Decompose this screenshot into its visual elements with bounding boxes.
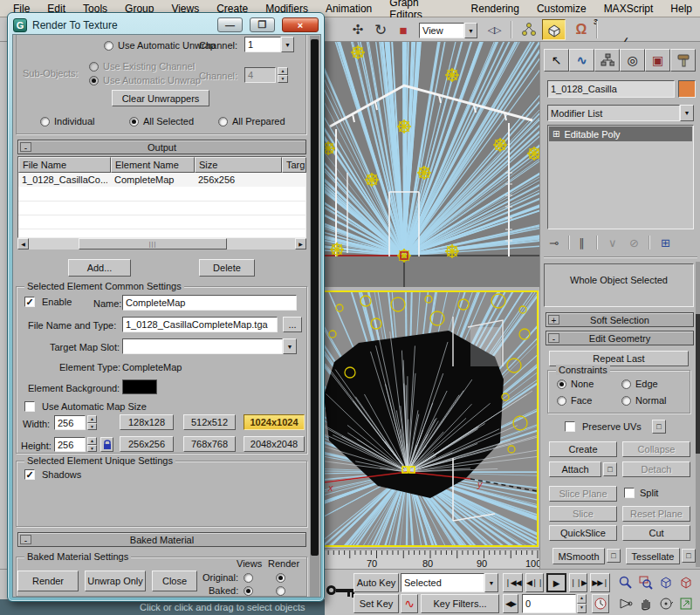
slice-button[interactable]: Slice: [549, 506, 617, 522]
modifier-stack[interactable]: ⊞ Editable Poly: [547, 125, 694, 229]
size-128-button[interactable]: 128x128: [120, 414, 174, 430]
modifier-list-arrow[interactable]: ▼: [680, 105, 694, 121]
all-selected-radio[interactable]: [129, 117, 139, 126]
collapse-button[interactable]: Collapse: [622, 441, 690, 457]
constraint-edge-radio[interactable]: [621, 379, 631, 389]
select-rotate-icon[interactable]: ↻: [370, 20, 391, 39]
msmooth-settings-button[interactable]: □: [607, 549, 621, 563]
channel-sub-spinner[interactable]: ▲▼: [278, 67, 288, 83]
target-map-slot-dropdown[interactable]: [122, 338, 283, 354]
element-name-field[interactable]: CompleteMap: [122, 295, 297, 311]
channel-top-arrow[interactable]: ▼: [281, 37, 294, 52]
column-size[interactable]: Size: [195, 157, 282, 173]
msmooth-button[interactable]: MSmooth: [552, 548, 605, 564]
panel-scrollbar[interactable]: [696, 262, 700, 567]
modifier-list-dropdown[interactable]: Modifier List: [547, 105, 680, 121]
stack-expand-icon[interactable]: ⊞: [552, 129, 559, 139]
previous-frame-button[interactable]: ◀❘❘: [525, 573, 544, 592]
sub-use-existing-radio[interactable]: [89, 62, 99, 72]
lock-aspect-button[interactable]: [100, 437, 113, 452]
size-1024-button-selected[interactable]: 1024x1024: [244, 414, 305, 430]
next-frame-button[interactable]: ❘❘▶: [569, 573, 587, 592]
tab-modify[interactable]: ∿: [569, 49, 594, 72]
objects-auto-unwrap-radio[interactable]: [104, 41, 113, 51]
go-to-end-button[interactable]: ▶▶❘: [590, 573, 610, 592]
target-map-slot-arrow[interactable]: ▼: [283, 338, 297, 354]
current-frame-field[interactable]: 0: [522, 594, 576, 613]
size-768-button[interactable]: 768x768: [183, 436, 236, 452]
channel-sub-field[interactable]: 4: [244, 67, 276, 83]
pin-stack-icon[interactable]: ⊸: [549, 234, 559, 251]
snaps-toggle-icon[interactable]: [542, 19, 566, 40]
cut-button[interactable]: Cut: [622, 525, 690, 541]
zoom-region-button[interactable]: [636, 573, 655, 592]
select-scale-icon[interactable]: ■: [393, 20, 414, 39]
height-field[interactable]: 256: [54, 437, 86, 452]
zoom-extents-button[interactable]: [656, 573, 675, 592]
timeline-ruler[interactable]: 70 80 90 100: [321, 548, 539, 569]
menu-maxscript[interactable]: MAXScript: [596, 2, 662, 16]
set-key-button[interactable]: Set Key: [353, 594, 399, 613]
unwrap-only-button[interactable]: Unwrap Only: [85, 571, 146, 591]
close-button[interactable]: Close: [152, 571, 197, 591]
show-end-result-icon[interactable]: ∥: [579, 234, 585, 251]
browse-button[interactable]: ...: [283, 317, 302, 332]
selection-set-dropdown[interactable]: Selected: [401, 573, 484, 592]
menu-rendering[interactable]: Rendering: [463, 2, 527, 16]
preserve-uvs-settings-button[interactable]: □: [652, 420, 666, 434]
maximize-viewport-toggle-button[interactable]: [676, 594, 695, 613]
render-button[interactable]: Render: [17, 571, 79, 591]
detach-button[interactable]: Detach: [622, 461, 690, 477]
auto-map-size-checkbox[interactable]: [24, 401, 35, 412]
play-button[interactable]: ▶: [546, 573, 566, 592]
tab-create[interactable]: ↖: [544, 49, 569, 72]
constraint-face-radio[interactable]: [557, 396, 566, 406]
edit-geometry-rollup[interactable]: - Edit Geometry: [546, 331, 694, 345]
tab-display[interactable]: ▣: [645, 49, 670, 72]
arc-rotate-button[interactable]: [656, 594, 675, 613]
pan-hand-button[interactable]: [636, 594, 655, 613]
preserve-uvs-checkbox[interactable]: [565, 421, 575, 432]
soft-selection-rollup[interactable]: + Soft Selection: [546, 312, 694, 327]
sub-auto-unwrap-radio[interactable]: [89, 76, 99, 85]
scroll-thumb[interactable]: |||: [79, 238, 227, 249]
tessellate-button[interactable]: Tessellate: [626, 548, 680, 564]
object-name-field[interactable]: 1_0128_Casilla: [547, 80, 675, 98]
maximize-button[interactable]: ❐: [250, 17, 275, 32]
zoom-button[interactable]: [616, 573, 635, 592]
go-to-start-button[interactable]: ❘◀◀: [503, 573, 523, 592]
remove-modifier-icon[interactable]: ⊘: [629, 234, 639, 251]
split-checkbox[interactable]: [624, 488, 635, 498]
column-target[interactable]: Targ: [282, 157, 306, 173]
make-unique-icon[interactable]: ∨: [608, 234, 617, 251]
menu-help[interactable]: Help: [662, 2, 700, 16]
mirror-icon[interactable]: ◁▷: [484, 20, 504, 39]
select-move-icon[interactable]: ✣: [347, 20, 368, 39]
file-name-field[interactable]: 1_0128_CasillaCompleteMap.tga: [122, 317, 278, 332]
slice-plane-button[interactable]: Slice Plane: [549, 486, 617, 502]
original-views-radio[interactable]: [244, 573, 253, 583]
default-in-out-tangents-icon[interactable]: ∿: [401, 594, 418, 613]
clear-unwrappers-button[interactable]: Clear Unwrappers: [112, 90, 209, 106]
constraint-none-radio[interactable]: [557, 379, 566, 389]
attach-button[interactable]: Attach: [549, 461, 601, 477]
key-filters-button[interactable]: Key Filters...: [421, 594, 499, 613]
object-color-swatch[interactable]: [678, 80, 696, 98]
create-button[interactable]: Create: [549, 441, 617, 457]
table-row[interactable]: 1_0128_CasillaCo... CompleteMap 256x256: [18, 173, 305, 187]
menu-animation[interactable]: Animation: [318, 2, 380, 16]
quickslice-button[interactable]: QuickSlice: [549, 525, 617, 541]
size-2048-button[interactable]: 2048x2048: [244, 436, 305, 452]
element-background-swatch[interactable]: [122, 379, 157, 394]
dialog-scrollbar[interactable]: [310, 36, 319, 598]
angle-snap-3-icon[interactable]: Ω3: [571, 20, 592, 39]
height-spinner[interactable]: ▲▼: [87, 437, 97, 452]
delete-button[interactable]: Delete: [199, 259, 255, 277]
configure-modifier-sets-icon[interactable]: ⊞: [661, 234, 670, 251]
add-button[interactable]: Add...: [68, 259, 131, 277]
stack-item-editable-poly[interactable]: ⊞ Editable Poly: [549, 126, 692, 141]
reset-plane-button[interactable]: Reset Plane: [622, 506, 690, 522]
baked-material-rollup[interactable]: - Baked Material: [17, 532, 306, 547]
attach-settings-button[interactable]: □: [603, 462, 617, 476]
select-and-link-icon[interactable]: [518, 20, 539, 39]
